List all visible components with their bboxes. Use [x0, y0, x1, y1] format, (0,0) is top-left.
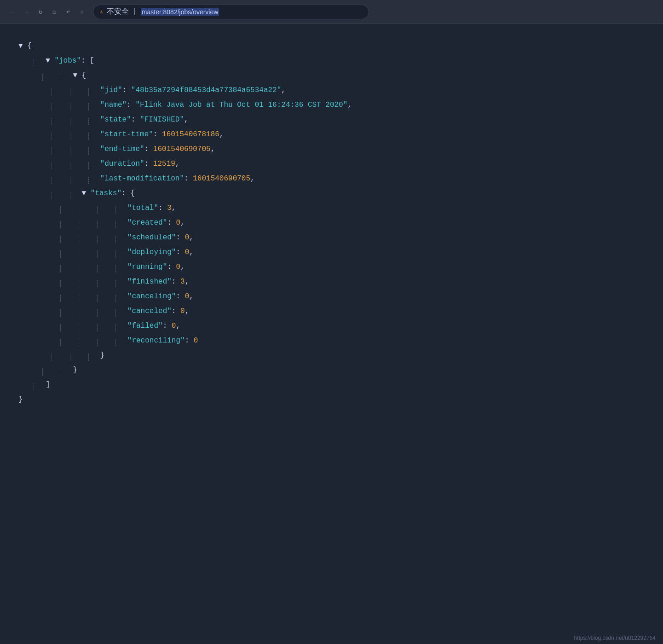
jobs-arrow[interactable]: ▼ [46, 57, 54, 65]
obj-arrow[interactable]: ▼ [73, 71, 81, 80]
address-bar[interactable]: ⚠ 不安全 | master:8082/jobs/overview [93, 5, 369, 19]
url-separator: | [133, 8, 137, 16]
bookmark-button[interactable]: ☆ [76, 6, 87, 17]
url-text: master:8082/jobs/overview [141, 8, 219, 16]
status-url: https://blog.csdn.net/u012292754 [574, 635, 656, 641]
back-button[interactable]: ← [7, 6, 18, 17]
security-label: 不安全 [107, 7, 129, 17]
home-button[interactable]: ⌂ [49, 6, 60, 17]
json-content: ▼ { ▼ "jobs": [ ▼ { "jid": "48b35a7294f8… [0, 24, 663, 422]
tasks-arrow[interactable]: ▼ [82, 189, 91, 197]
json-pre: ▼ { ▼ "jobs": [ ▼ { "jid": "48b35a7294f8… [18, 39, 645, 407]
browser-toolbar: ← → ↻ ⌂ ↶ ☆ ⚠ 不安全 | master:8082/jobs/ove… [0, 0, 663, 24]
root-arrow[interactable]: ▼ [18, 42, 27, 50]
forward-button[interactable]: → [21, 6, 32, 17]
nav-buttons: ← → ↻ ⌂ ↶ ☆ [7, 6, 87, 17]
status-bar: https://blog.csdn.net/u012292754 [567, 632, 663, 644]
undo-button[interactable]: ↶ [63, 6, 74, 17]
reload-button[interactable]: ↻ [35, 6, 46, 17]
security-icon: ⚠ [100, 8, 103, 15]
